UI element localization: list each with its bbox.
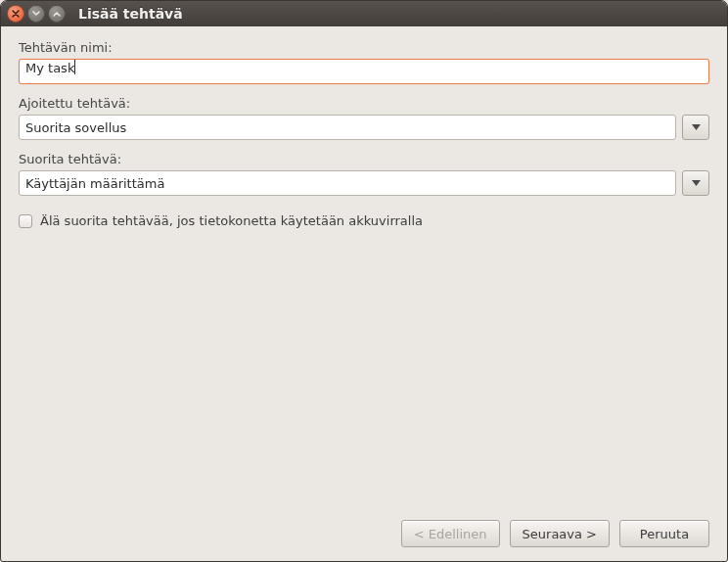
titlebar[interactable]: Lisää tehtävä: [1, 1, 727, 26]
run-task-dropdown-button[interactable]: [682, 170, 709, 196]
maximize-icon[interactable]: [48, 5, 66, 23]
spacer: [19, 228, 709, 496]
run-task-label: Suorita tehtävä:: [19, 152, 709, 166]
battery-checkbox[interactable]: [19, 214, 32, 228]
text-caret: [74, 60, 75, 74]
prev-button: < Edellinen: [401, 520, 500, 547]
run-task-select[interactable]: Käyttäjän määrittämä: [19, 170, 676, 196]
cancel-button[interactable]: Peruuta: [619, 520, 709, 547]
minimize-icon[interactable]: [27, 5, 45, 23]
dialog-window: Lisää tehtävä Tehtävän nimi: My task Ajo…: [0, 0, 728, 562]
battery-checkbox-label: Älä suorita tehtävää, jos tietokonetta k…: [40, 213, 423, 228]
scheduled-task-select[interactable]: Suorita sovellus: [19, 115, 676, 140]
scheduled-task-group: Ajoitettu tehtävä: Suorita sovellus: [19, 96, 709, 140]
next-button[interactable]: Seuraava >: [510, 520, 610, 547]
task-name-label: Tehtävän nimi:: [19, 40, 709, 55]
battery-checkbox-row: Älä suorita tehtävää, jos tietokonetta k…: [19, 213, 709, 228]
run-task-value: Käyttäjän määrittämä: [25, 176, 164, 191]
chevron-down-icon: [692, 124, 701, 130]
run-task-group: Suorita tehtävä: Käyttäjän määrittämä: [19, 152, 709, 196]
scheduled-task-dropdown-button[interactable]: [682, 115, 709, 140]
scheduled-task-label: Ajoitettu tehtävä:: [19, 96, 709, 111]
window-title: Lisää tehtävä: [78, 6, 183, 22]
task-name-value: My task: [25, 61, 74, 75]
task-name-input[interactable]: My task: [19, 59, 709, 84]
close-icon[interactable]: [7, 5, 24, 23]
scheduled-task-value: Suorita sovellus: [25, 120, 126, 135]
chevron-down-icon: [692, 180, 701, 186]
dialog-content: Tehtävän nimi: My task Ajoitettu tehtävä…: [1, 26, 727, 510]
dialog-footer: < Edellinen Seuraava > Peruuta: [1, 510, 727, 561]
task-name-group: Tehtävän nimi: My task: [19, 40, 709, 84]
